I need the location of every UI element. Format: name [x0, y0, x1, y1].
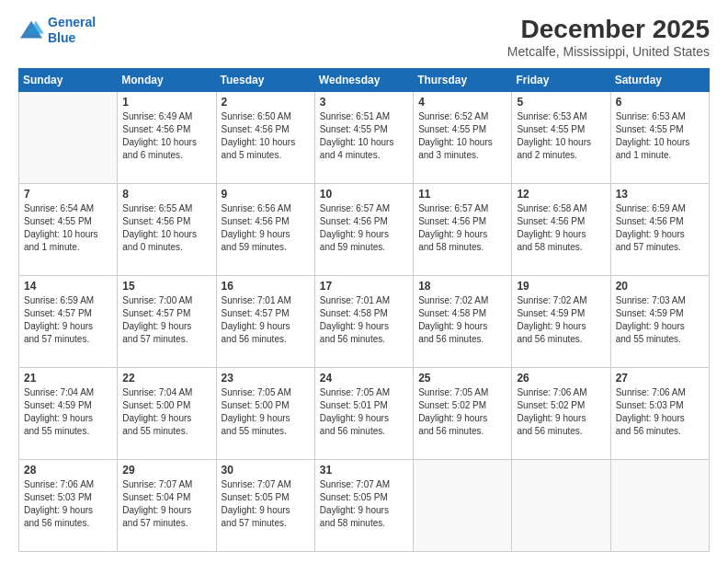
- calendar-day-cell: 29Sunrise: 7:07 AM Sunset: 5:04 PM Dayli…: [118, 460, 216, 552]
- day-info: Sunrise: 6:53 AM Sunset: 4:55 PM Dayligh…: [616, 110, 704, 162]
- day-number: 13: [616, 188, 704, 201]
- day-info: Sunrise: 6:53 AM Sunset: 4:55 PM Dayligh…: [517, 110, 605, 162]
- day-number: 30: [222, 464, 310, 477]
- calendar-day-cell: 6Sunrise: 6:53 AM Sunset: 4:55 PM Daylig…: [610, 92, 709, 184]
- day-number: 7: [24, 188, 112, 201]
- weekday-header-sunday: Sunday: [19, 69, 118, 92]
- day-number: 24: [320, 372, 408, 385]
- calendar-day-cell: 8Sunrise: 6:55 AM Sunset: 4:56 PM Daylig…: [118, 184, 216, 276]
- calendar-week-row: 1Sunrise: 6:49 AM Sunset: 4:56 PM Daylig…: [19, 92, 710, 184]
- day-info: Sunrise: 6:59 AM Sunset: 4:56 PM Dayligh…: [616, 202, 704, 254]
- weekday-header-thursday: Thursday: [414, 69, 512, 92]
- calendar-week-row: 28Sunrise: 7:06 AM Sunset: 5:03 PM Dayli…: [19, 460, 710, 552]
- title-block: December 2025 Metcalfe, Mississippi, Uni…: [507, 15, 710, 59]
- day-number: 12: [517, 188, 605, 201]
- weekday-header-wednesday: Wednesday: [314, 69, 413, 92]
- subtitle: Metcalfe, Mississippi, United States: [507, 44, 710, 59]
- day-number: 4: [418, 96, 506, 109]
- day-number: 1: [122, 96, 210, 109]
- day-info: Sunrise: 6:58 AM Sunset: 4:56 PM Dayligh…: [517, 202, 605, 254]
- calendar-day-cell: 17Sunrise: 7:01 AM Sunset: 4:58 PM Dayli…: [314, 276, 413, 368]
- day-info: Sunrise: 7:04 AM Sunset: 4:59 PM Dayligh…: [24, 386, 112, 438]
- day-number: 5: [517, 96, 605, 109]
- calendar-day-cell: 13Sunrise: 6:59 AM Sunset: 4:56 PM Dayli…: [610, 184, 709, 276]
- calendar-week-row: 21Sunrise: 7:04 AM Sunset: 4:59 PM Dayli…: [19, 368, 710, 460]
- day-number: 21: [24, 372, 112, 385]
- day-info: Sunrise: 6:56 AM Sunset: 4:56 PM Dayligh…: [222, 202, 310, 254]
- day-number: 27: [616, 372, 704, 385]
- day-number: 6: [616, 96, 704, 109]
- calendar-day-cell: [610, 460, 709, 552]
- day-info: Sunrise: 6:50 AM Sunset: 4:56 PM Dayligh…: [222, 110, 310, 162]
- calendar-day-cell: 30Sunrise: 7:07 AM Sunset: 5:05 PM Dayli…: [216, 460, 314, 552]
- day-info: Sunrise: 7:05 AM Sunset: 5:01 PM Dayligh…: [320, 386, 408, 438]
- calendar-day-cell: 11Sunrise: 6:57 AM Sunset: 4:56 PM Dayli…: [414, 184, 512, 276]
- calendar-day-cell: 12Sunrise: 6:58 AM Sunset: 4:56 PM Dayli…: [512, 184, 610, 276]
- calendar-day-cell: 31Sunrise: 7:07 AM Sunset: 5:05 PM Dayli…: [314, 460, 413, 552]
- calendar-day-cell: 22Sunrise: 7:04 AM Sunset: 5:00 PM Dayli…: [118, 368, 216, 460]
- day-info: Sunrise: 7:03 AM Sunset: 4:59 PM Dayligh…: [616, 294, 704, 346]
- calendar-day-cell: [414, 460, 512, 552]
- day-number: 10: [320, 188, 408, 201]
- calendar-day-cell: 20Sunrise: 7:03 AM Sunset: 4:59 PM Dayli…: [610, 276, 709, 368]
- day-number: 29: [122, 464, 210, 477]
- calendar-day-cell: 16Sunrise: 7:01 AM Sunset: 4:57 PM Dayli…: [216, 276, 314, 368]
- calendar-day-cell: 23Sunrise: 7:05 AM Sunset: 5:00 PM Dayli…: [216, 368, 314, 460]
- day-number: 3: [320, 96, 408, 109]
- day-info: Sunrise: 7:02 AM Sunset: 4:59 PM Dayligh…: [517, 294, 605, 346]
- day-number: 25: [418, 372, 506, 385]
- day-info: Sunrise: 7:06 AM Sunset: 5:02 PM Dayligh…: [517, 386, 605, 438]
- calendar-day-cell: 2Sunrise: 6:50 AM Sunset: 4:56 PM Daylig…: [216, 92, 314, 184]
- weekday-header-row: SundayMondayTuesdayWednesdayThursdayFrid…: [19, 69, 710, 92]
- calendar-day-cell: 27Sunrise: 7:06 AM Sunset: 5:03 PM Dayli…: [610, 368, 709, 460]
- day-info: Sunrise: 6:59 AM Sunset: 4:57 PM Dayligh…: [24, 294, 112, 346]
- calendar-day-cell: 1Sunrise: 6:49 AM Sunset: 4:56 PM Daylig…: [118, 92, 216, 184]
- day-number: 11: [418, 188, 506, 201]
- day-number: 14: [24, 280, 112, 293]
- day-number: 2: [222, 96, 310, 109]
- day-number: 26: [517, 372, 605, 385]
- calendar-day-cell: 5Sunrise: 6:53 AM Sunset: 4:55 PM Daylig…: [512, 92, 610, 184]
- calendar-day-cell: 14Sunrise: 6:59 AM Sunset: 4:57 PM Dayli…: [19, 276, 118, 368]
- calendar-day-cell: 4Sunrise: 6:52 AM Sunset: 4:55 PM Daylig…: [414, 92, 512, 184]
- logo-text: General Blue: [48, 15, 96, 46]
- calendar-day-cell: 7Sunrise: 6:54 AM Sunset: 4:55 PM Daylig…: [19, 184, 118, 276]
- day-number: 23: [222, 372, 310, 385]
- day-info: Sunrise: 6:55 AM Sunset: 4:56 PM Dayligh…: [122, 202, 210, 254]
- day-number: 17: [320, 280, 408, 293]
- header: General Blue December 2025 Metcalfe, Mis…: [18, 15, 710, 59]
- calendar-day-cell: 21Sunrise: 7:04 AM Sunset: 4:59 PM Dayli…: [19, 368, 118, 460]
- day-info: Sunrise: 7:00 AM Sunset: 4:57 PM Dayligh…: [122, 294, 210, 346]
- day-info: Sunrise: 7:04 AM Sunset: 5:00 PM Dayligh…: [122, 386, 210, 438]
- logo-icon: [18, 19, 44, 41]
- day-info: Sunrise: 7:07 AM Sunset: 5:05 PM Dayligh…: [320, 478, 408, 530]
- calendar-day-cell: 24Sunrise: 7:05 AM Sunset: 5:01 PM Dayli…: [314, 368, 413, 460]
- logo-line2: Blue: [48, 30, 75, 45]
- calendar-day-cell: 10Sunrise: 6:57 AM Sunset: 4:56 PM Dayli…: [314, 184, 413, 276]
- logo: General Blue: [18, 15, 96, 46]
- weekday-header-tuesday: Tuesday: [216, 69, 314, 92]
- weekday-header-friday: Friday: [512, 69, 610, 92]
- day-info: Sunrise: 7:01 AM Sunset: 4:58 PM Dayligh…: [320, 294, 408, 346]
- day-number: 19: [517, 280, 605, 293]
- calendar-day-cell: 25Sunrise: 7:05 AM Sunset: 5:02 PM Dayli…: [414, 368, 512, 460]
- day-info: Sunrise: 7:05 AM Sunset: 5:00 PM Dayligh…: [222, 386, 310, 438]
- day-number: 20: [616, 280, 704, 293]
- day-info: Sunrise: 6:57 AM Sunset: 4:56 PM Dayligh…: [320, 202, 408, 254]
- day-info: Sunrise: 7:02 AM Sunset: 4:58 PM Dayligh…: [418, 294, 506, 346]
- day-info: Sunrise: 6:52 AM Sunset: 4:55 PM Dayligh…: [418, 110, 506, 162]
- day-info: Sunrise: 7:01 AM Sunset: 4:57 PM Dayligh…: [222, 294, 310, 346]
- weekday-header-monday: Monday: [118, 69, 216, 92]
- day-number: 22: [122, 372, 210, 385]
- day-info: Sunrise: 7:06 AM Sunset: 5:03 PM Dayligh…: [24, 478, 112, 530]
- page: General Blue December 2025 Metcalfe, Mis…: [0, 0, 728, 563]
- calendar-day-cell: [19, 92, 118, 184]
- day-info: Sunrise: 6:51 AM Sunset: 4:55 PM Dayligh…: [320, 110, 408, 162]
- day-number: 18: [418, 280, 506, 293]
- weekday-header-saturday: Saturday: [610, 69, 709, 92]
- day-number: 16: [222, 280, 310, 293]
- day-info: Sunrise: 7:07 AM Sunset: 5:04 PM Dayligh…: [122, 478, 210, 530]
- day-info: Sunrise: 6:57 AM Sunset: 4:56 PM Dayligh…: [418, 202, 506, 254]
- main-title: December 2025: [507, 15, 710, 44]
- calendar-day-cell: 26Sunrise: 7:06 AM Sunset: 5:02 PM Dayli…: [512, 368, 610, 460]
